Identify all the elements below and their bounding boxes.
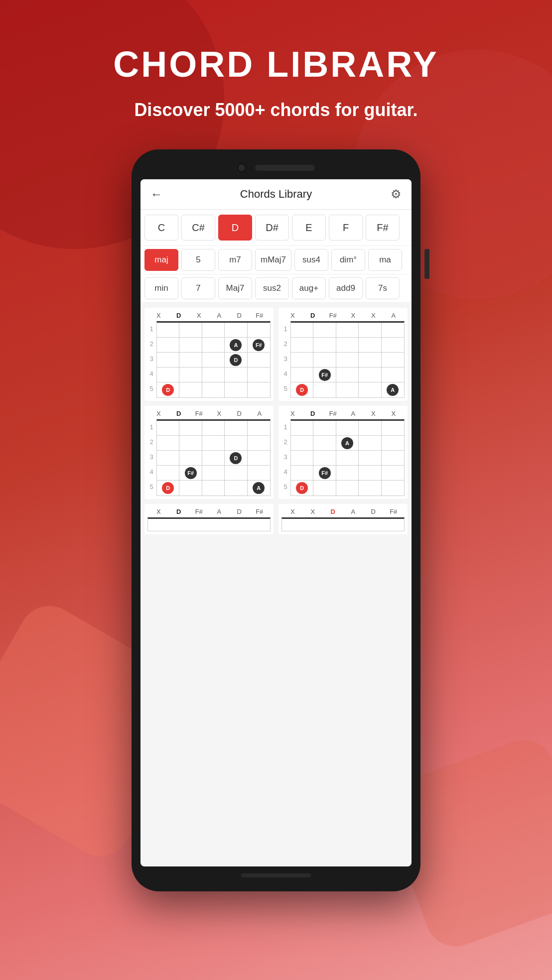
- string-labels-3: X D F# X D A: [147, 410, 271, 417]
- dot-D5d: D: [296, 482, 308, 494]
- type-Maj7[interactable]: Maj7: [218, 277, 252, 299]
- key-Fsharp[interactable]: F#: [366, 215, 400, 241]
- chord-type-row-2: min 7 Maj7 sus2 aug+ add9 7s: [140, 274, 412, 303]
- header-area: CHORD LIBRARY Discover 5000+ chords for …: [0, 0, 552, 164]
- sl: X: [153, 312, 164, 319]
- type-mMaj7[interactable]: mMaj7: [255, 249, 291, 271]
- fret-numbers-4: 1 2 3 4 5: [281, 419, 289, 494]
- fret-numbers-1: 1 2 3 4 5: [147, 321, 155, 396]
- key-F[interactable]: F: [329, 215, 363, 241]
- sl: X: [348, 312, 359, 319]
- sl: X: [287, 410, 298, 417]
- home-bar: [241, 873, 311, 877]
- type-add9[interactable]: add9: [329, 277, 363, 299]
- type-min[interactable]: min: [144, 277, 178, 299]
- bottom-diagrams-partial: X D F# A D F# X X D A D: [140, 504, 412, 537]
- diagram-wrapper-2: 1 2 3 4 5: [281, 321, 405, 398]
- type-dim[interactable]: dim°: [331, 249, 365, 271]
- phone-screen: ← Chords Library ⚙ C C# D D# E F F# maj …: [140, 179, 412, 866]
- chord-diagram-4: X D F# A X X 1 2 3 4 5: [278, 406, 408, 499]
- sl: D: [234, 312, 245, 319]
- sl: A: [388, 312, 399, 319]
- dot-D3: D: [230, 354, 242, 366]
- chord-diagram-2: X D F# X X A 1 2 3 4 5: [278, 308, 408, 401]
- dot-Fsharp4c: F#: [185, 467, 197, 479]
- type-5[interactable]: 5: [181, 249, 215, 271]
- sl: F#: [327, 312, 338, 319]
- phone-container: ← Chords Library ⚙ C C# D D# E F F# maj …: [132, 149, 420, 891]
- sl: F#: [254, 312, 265, 319]
- sl: X: [214, 410, 225, 417]
- sub-title: Discover 5000+ chords for guitar.: [134, 100, 417, 121]
- string-labels-2: X D F# X X A: [281, 312, 405, 319]
- dot-D5c: D: [162, 482, 174, 494]
- phone-top-bar: [140, 163, 412, 172]
- key-Csharp[interactable]: C#: [181, 215, 215, 241]
- chord-diagram-1: X D X A D F# 1 2 3 4 5: [144, 308, 274, 401]
- sl: F#: [193, 410, 204, 417]
- key-E[interactable]: E: [292, 215, 326, 241]
- diagram-wrapper-3: 1 2 3 4 5: [147, 419, 271, 496]
- sl: A: [348, 410, 359, 417]
- back-button[interactable]: ←: [150, 187, 162, 201]
- chord-type-row-1: maj 5 m7 mMaj7 sus4 dim° ma: [140, 246, 412, 274]
- diagram-wrapper-1: 1 2 3 4 5: [147, 321, 271, 398]
- key-C[interactable]: C: [144, 215, 178, 241]
- dot-A: A: [230, 339, 242, 351]
- sl: A: [254, 410, 265, 417]
- key-selector-row: C C# D D# E F F#: [140, 210, 412, 246]
- settings-button[interactable]: ⚙: [391, 187, 402, 201]
- grid-3: D F#: [156, 419, 271, 496]
- dot-A2d: A: [341, 437, 353, 449]
- grid-2: F# D: [290, 321, 405, 398]
- type-ma[interactable]: ma: [368, 249, 402, 271]
- sl: X: [368, 410, 379, 417]
- type-maj[interactable]: maj: [144, 249, 178, 271]
- sl: D: [307, 312, 318, 319]
- phone-camera: [237, 163, 246, 172]
- type-7s[interactable]: 7s: [366, 277, 400, 299]
- fret-numbers-3: 1 2 3 4 5: [147, 419, 155, 494]
- type-sus4[interactable]: sus4: [294, 249, 328, 271]
- dot-Fsharp4d: F#: [319, 467, 331, 479]
- dot-D5b: D: [296, 384, 308, 396]
- chord-diagram-5-partial: X D F# A D F#: [144, 504, 274, 534]
- main-title: CHORD LIBRARY: [113, 44, 438, 85]
- type-7[interactable]: 7: [181, 277, 215, 299]
- type-m7[interactable]: m7: [218, 249, 252, 271]
- diagram-wrapper-4: 1 2 3 4 5: [281, 419, 405, 496]
- dot-D3c: D: [230, 452, 242, 464]
- sl: X: [193, 312, 204, 319]
- string-labels-4: X D F# A X X: [281, 410, 405, 417]
- chord-diagram-3: X D F# X D A 1 2 3 4 5: [144, 406, 274, 499]
- fret-numbers-2: 1 2 3 4 5: [281, 321, 289, 396]
- phone-speaker: [255, 165, 315, 171]
- sl: X: [153, 410, 164, 417]
- sl: D: [173, 312, 184, 319]
- grid-4: A: [290, 419, 405, 496]
- grid-1: A F#: [156, 321, 271, 398]
- app-bar-title: Chords Library: [172, 188, 380, 201]
- dot-A5c: A: [253, 482, 265, 494]
- key-Dsharp[interactable]: D#: [255, 215, 289, 241]
- chord-diagram-6-partial: X X D A D F#: [278, 504, 408, 534]
- sl: D: [173, 410, 184, 417]
- sl: F#: [327, 410, 338, 417]
- phone-outer: ← Chords Library ⚙ C C# D D# E F F# maj …: [132, 149, 420, 891]
- diagrams-area: X D X A D F# 1 2 3 4 5: [140, 303, 412, 504]
- sl: X: [368, 312, 379, 319]
- key-D[interactable]: D: [218, 215, 252, 241]
- phone-bottom-bar: [140, 873, 412, 877]
- side-button: [424, 249, 429, 279]
- dot-Fsharp: F#: [253, 339, 265, 351]
- dot-A5: A: [387, 384, 399, 396]
- type-sus2[interactable]: sus2: [255, 277, 289, 299]
- dot-D5: D: [162, 384, 174, 396]
- sl: D: [307, 410, 318, 417]
- app-bar: ← Chords Library ⚙: [140, 179, 412, 210]
- string-labels-1: X D X A D F#: [147, 312, 271, 319]
- sl: X: [287, 312, 298, 319]
- type-aug[interactable]: aug+: [292, 277, 326, 299]
- sl: X: [388, 410, 399, 417]
- sl: A: [214, 312, 225, 319]
